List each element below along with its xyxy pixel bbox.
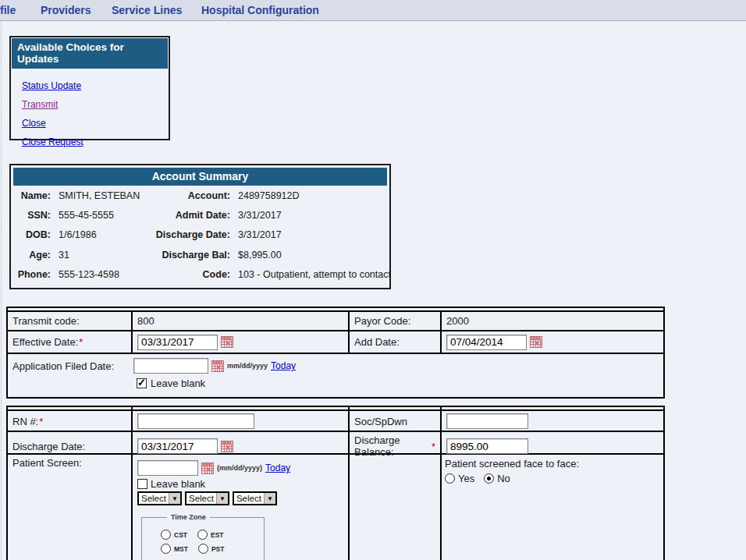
discharge-balance-required-marker: *	[432, 441, 435, 452]
link-close-request[interactable]: Close Request	[22, 136, 83, 147]
page-left-edge	[1, 21, 2, 560]
application-filed-date-calendar-icon[interactable]	[211, 360, 224, 372]
label-code: Code:	[146, 269, 230, 280]
add-date-label: Add Date:	[354, 336, 400, 348]
application-filed-date-row: Application Filed Date: mm/dd/yyyy Today…	[8, 354, 663, 397]
value-discharge-date: 3/31/2017	[230, 229, 387, 240]
account-summary-panel: Account Summary Name: SMITH, ESTEBAN Acc…	[9, 164, 391, 289]
time-zone-option-cst: CST	[161, 530, 187, 540]
transmit-code-value-cell: 800	[133, 312, 350, 330]
soc-spdwn-label: Soc/SpDwn	[354, 416, 407, 427]
face-to-face-yes-radio[interactable]	[445, 473, 455, 484]
application-filed-date-today-link[interactable]: Today	[271, 360, 296, 371]
face-to-face-yes-label: Yes	[458, 473, 474, 484]
pst-label: PST	[211, 545, 225, 553]
est-radio[interactable]	[197, 530, 208, 540]
effective-date-label-cell: Effective Date:*	[8, 331, 133, 353]
discharge-balance-input[interactable]	[446, 438, 528, 454]
payor-code-value-cell: 2000	[442, 312, 663, 330]
payor-code-label-cell: Payor Code:	[350, 312, 442, 330]
time-zone-row-1: CST EST	[161, 530, 264, 540]
application-filed-date-input[interactable]	[133, 358, 208, 374]
patient-screen-select-2[interactable]: Select ▼	[185, 491, 229, 505]
patient-screen-select-1[interactable]: Select ▼	[137, 491, 182, 505]
time-zone-row-2: MST PST	[161, 544, 264, 554]
value-code: 103 - Outpatient, attempt to contact	[230, 269, 391, 280]
spacer-cell	[350, 407, 442, 409]
time-zone-option-mst: MST	[161, 544, 188, 554]
patient-screen-field-cell: (mm/dd/yyyy) Today Leave blank Select ▼ …	[133, 455, 350, 560]
transmit-code-value: 800	[137, 315, 155, 327]
time-zone-legend: Time Zone	[167, 513, 210, 521]
link-close[interactable]: Close	[22, 118, 46, 129]
effective-date-row: Effective Date:* Add Date:	[8, 331, 663, 354]
patient-screen-select-3[interactable]: Select ▼	[233, 491, 277, 505]
account-row-phone: Phone: 555-123-4598 Code: 103 - Outpatie…	[13, 265, 387, 285]
patient-screen-today-link[interactable]: Today	[265, 463, 290, 473]
patient-screen-select-2-value: Select	[186, 494, 216, 503]
payor-code-value: 2000	[446, 315, 469, 327]
est-label: EST	[211, 531, 224, 539]
transmit-code-row: Transmit code: 800 Payor Code: 2000	[8, 312, 663, 331]
value-phone: 555-123-4598	[51, 269, 146, 280]
effective-date-field-cell	[133, 331, 350, 353]
patient-screen-leave-blank-line: Leave blank	[137, 478, 290, 490]
add-date-input[interactable]	[446, 335, 527, 350]
discharge-date-calendar-icon[interactable]	[221, 441, 233, 452]
application-filed-date-label: Application Filed Date:	[12, 360, 130, 372]
mst-radio[interactable]	[161, 544, 171, 554]
chevron-down-icon: ▼	[169, 493, 180, 504]
time-zone-option-pst: PST	[198, 544, 225, 554]
nav-item-hospital-configuration[interactable]: Hospital Configuration	[201, 4, 319, 16]
time-zone-option-est: EST	[197, 530, 224, 540]
value-admit-date: 3/31/2017	[230, 210, 387, 221]
rn-required-marker: *	[39, 416, 43, 427]
account-row-age: Age: 31 Discharge Bal: $8,995.00	[13, 245, 387, 264]
nav-item-file[interactable]: file	[0, 4, 16, 16]
choices-link-list: Status Update Transmit Close Close Reque…	[11, 69, 169, 147]
effective-date-input[interactable]	[137, 335, 218, 350]
chevron-down-icon: ▼	[216, 493, 228, 504]
label-age: Age:	[13, 250, 51, 261]
value-dob: 1/6/1986	[51, 229, 146, 240]
spacer-cell	[133, 407, 350, 409]
face-to-face-no-radio[interactable]	[484, 473, 494, 484]
add-date-calendar-icon[interactable]	[530, 336, 542, 348]
patient-screen-label: Patient Screen:	[12, 457, 82, 469]
rn-input[interactable]	[137, 413, 254, 429]
effective-date-calendar-icon[interactable]	[221, 336, 233, 348]
effective-date-label: Effective Date:	[12, 336, 78, 348]
discharge-date-input[interactable]	[137, 438, 218, 454]
discharge-form-table: RN #:* Soc/SpDwn Discharge Date: Dischar…	[6, 406, 665, 560]
add-date-label-cell: Add Date:	[350, 331, 442, 353]
nav-item-providers[interactable]: Providers	[41, 4, 91, 16]
link-status-update[interactable]: Status Update	[22, 80, 81, 91]
soc-spdwn-input[interactable]	[446, 413, 528, 429]
patient-screen-calendar-icon[interactable]	[201, 463, 214, 474]
patient-screen-row: Patient Screen: (mm/dd/yyyy) Today Leave…	[8, 455, 663, 559]
add-date-field-cell	[442, 331, 663, 353]
label-discharge-date: Discharge Date:	[146, 229, 230, 240]
patient-screen-date-input[interactable]	[137, 460, 198, 476]
rn-label-cell: RN #:*	[8, 411, 133, 431]
label-dob: DOB:	[13, 229, 51, 240]
account-row-dob: DOB: 1/6/1986 Discharge Date: 3/31/2017	[13, 225, 387, 245]
account-row-name: Name: SMITH, ESTEBAN Account: 2489758912…	[13, 186, 387, 205]
pst-radio[interactable]	[198, 544, 208, 554]
label-admit-date: Admit Date:	[146, 210, 230, 221]
patient-screen-selects-line: Select ▼ Select ▼ Select ▼	[137, 491, 290, 505]
discharge-date-label: Discharge Date:	[12, 441, 85, 452]
application-filed-leave-blank-checkbox[interactable]	[137, 378, 147, 388]
patient-screen-select-1-value: Select	[139, 494, 169, 503]
patient-screen-leave-blank-label: Leave blank	[151, 478, 205, 490]
label-discharge-bal: Discharge Bal:	[146, 250, 230, 261]
nav-item-service-lines[interactable]: Service Lines	[112, 4, 182, 16]
spacer-cell	[8, 407, 133, 409]
transmit-code-label: Transmit code:	[12, 315, 80, 327]
patient-screen-empty-cell	[350, 455, 442, 560]
link-transmit[interactable]: Transmit	[22, 99, 58, 110]
patient-screen-leave-blank-checkbox[interactable]	[137, 479, 147, 489]
available-choices-title: Available Choices for Updates	[12, 38, 168, 69]
cst-radio[interactable]	[161, 530, 171, 540]
application-filed-date-format-hint: mm/dd/yyyy	[227, 362, 268, 370]
